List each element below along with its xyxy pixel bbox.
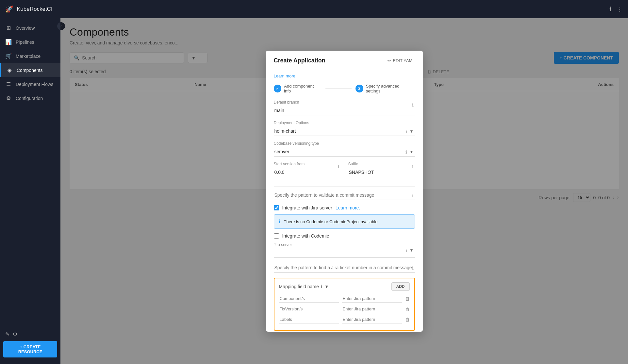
top-bar: 🚀 KubeRocketCI ℹ ⋮ xyxy=(0,0,628,18)
step-1-circle: ✓ xyxy=(274,85,282,92)
mapping-label: Mapping field name ℹ ▼ xyxy=(279,284,329,289)
sidebar-item-label-pipelines: Pipelines xyxy=(16,40,34,45)
mapping-field-1[interactable] xyxy=(279,305,339,313)
mapping-row-0: 🗑 xyxy=(279,295,410,303)
sidebar-item-label-overview: Overview xyxy=(16,25,35,31)
pencil-icon: ✏ xyxy=(388,58,391,63)
pipelines-icon: 📊 xyxy=(5,39,12,45)
jira-ticket-pattern-group: ℹ xyxy=(274,263,415,273)
default-branch-info-icon: ℹ xyxy=(412,103,414,108)
mapping-add-button[interactable]: ADD xyxy=(391,282,410,291)
jira-ticket-pattern-info-icon: ℹ xyxy=(412,266,414,271)
deployment-options-wrapper: helm-chart custom ℹ ▼ xyxy=(274,126,415,136)
suffix-input[interactable] xyxy=(348,168,415,177)
mapping-pattern-1[interactable] xyxy=(342,305,402,313)
start-version-info-icon: ℹ xyxy=(338,164,339,169)
mapping-row-1: 🗑 xyxy=(279,305,410,313)
sidebar-item-pipelines[interactable]: 📊 Pipelines xyxy=(0,35,60,49)
commit-pattern-input[interactable] xyxy=(274,190,415,200)
jira-ticket-pattern-input[interactable] xyxy=(274,263,415,273)
info-box-text: There is no Codemie or CodemieProject av… xyxy=(284,219,378,224)
jira-server-info-icon: ℹ xyxy=(405,248,407,253)
suffix-info-icon: ℹ xyxy=(412,164,414,169)
deployment-options-select[interactable]: helm-chart custom xyxy=(274,126,415,136)
step-line xyxy=(325,89,352,89)
deployment-flows-icon: ☰ xyxy=(5,81,12,87)
sidebar-item-marketplace[interactable]: 🛒 Marketplace xyxy=(0,49,60,63)
more-icon[interactable]: ⋮ xyxy=(617,6,623,13)
codebase-versioning-label: Codebase versioning type xyxy=(274,141,415,146)
sidebar-item-configuration[interactable]: ⚙ Configuration xyxy=(0,91,60,105)
deployment-options-label: Deployment Options xyxy=(274,121,415,125)
edit-icon[interactable]: ✎ xyxy=(5,331,9,337)
jira-server-group: Jira server ℹ ▼ xyxy=(274,242,415,258)
components-icon: ◈ xyxy=(6,67,13,73)
mapping-section: Mapping field name ℹ ▼ ADD 🗑 xyxy=(274,278,415,331)
info-icon[interactable]: ℹ xyxy=(609,6,612,13)
suffix-group: Suffix ℹ xyxy=(348,162,415,177)
deployment-options-info-icon: ℹ xyxy=(405,129,407,134)
settings-icon[interactable]: ⚙ xyxy=(13,331,17,337)
info-box-icon: ℹ xyxy=(279,219,281,224)
mapping-delete-2[interactable]: 🗑 xyxy=(405,317,410,322)
start-version-group: Start version from ℹ xyxy=(274,162,340,177)
start-version-input[interactable] xyxy=(274,168,340,177)
default-branch-label: Default branch xyxy=(274,100,415,105)
edit-yaml-button[interactable]: ✏ EDIT YAML xyxy=(388,58,415,63)
mapping-delete-0[interactable]: 🗑 xyxy=(405,296,410,301)
step-2: 2 Specify advanced settings xyxy=(355,84,415,93)
sidebar-item-label-configuration: Configuration xyxy=(16,96,43,101)
step-2-circle: 2 xyxy=(355,85,363,92)
marketplace-icon: 🛒 xyxy=(5,53,12,59)
sidebar-item-label-marketplace: Marketplace xyxy=(16,54,41,59)
mapping-dropdown-icon: ▼ xyxy=(324,284,329,289)
commit-pattern-info-icon: ℹ xyxy=(412,193,414,198)
main-content: Components Create, view, and manage dive… xyxy=(60,18,628,364)
jira-checkbox[interactable] xyxy=(274,205,279,210)
app-container: 🚀 KubeRocketCI ℹ ⋮ ‹ ⊞ Overview 📊 Pipeli… xyxy=(0,0,628,364)
learn-more-link[interactable]: Learn more. xyxy=(274,74,415,78)
stepper: ✓ Add component info 2 Specify advanced … xyxy=(274,84,415,93)
codemie-checkbox-row: Integrate with Codemie xyxy=(274,233,415,239)
sidebar-item-overview[interactable]: ⊞ Overview xyxy=(0,21,60,35)
start-version-label: Start version from xyxy=(274,162,340,166)
sidebar: ‹ ⊞ Overview 📊 Pipelines 🛒 Marketplace ◈… xyxy=(0,18,60,364)
divider-1 xyxy=(274,186,415,187)
codebase-versioning-select[interactable]: semver default edp xyxy=(274,147,415,157)
commit-pattern-group: ℹ xyxy=(274,190,415,200)
top-bar-right: ℹ ⋮ xyxy=(609,6,623,13)
mapping-info-icon: ℹ xyxy=(321,284,322,289)
app-title: KubeRocketCI xyxy=(17,6,53,12)
jira-server-label: Jira server xyxy=(274,242,415,247)
dialog-title: Create Application xyxy=(274,57,325,64)
app-logo: 🚀 xyxy=(5,5,13,13)
sidebar-item-components[interactable]: ◈ Components xyxy=(0,63,60,77)
codemie-checkbox[interactable] xyxy=(274,233,279,239)
sidebar-item-label-deployment-flows: Deployment Flows xyxy=(16,82,53,87)
default-branch-input[interactable] xyxy=(274,106,415,115)
info-box: ℹ There is no Codemie or CodemieProject … xyxy=(274,214,415,229)
jira-server-select[interactable] xyxy=(274,248,415,258)
jira-server-wrapper: Jira server ℹ ▼ xyxy=(274,242,415,258)
codebase-versioning-wrapper: semver default edp ℹ ▼ xyxy=(274,147,415,157)
default-branch-group: Default branch ℹ xyxy=(274,100,415,115)
content-area: ‹ ⊞ Overview 📊 Pipelines 🛒 Marketplace ◈… xyxy=(0,18,628,364)
step-1: ✓ Add component info xyxy=(274,84,322,93)
mapping-field-0[interactable] xyxy=(279,295,339,303)
suffix-label: Suffix xyxy=(348,162,415,166)
mapping-pattern-2[interactable] xyxy=(342,316,402,323)
sidebar-item-deployment-flows[interactable]: ☰ Deployment Flows xyxy=(0,77,60,91)
jira-checkbox-row: Integrate with Jira server Learn more. xyxy=(274,205,415,210)
jira-checkbox-label: Integrate with Jira server xyxy=(282,205,332,210)
mapping-delete-1[interactable]: 🗑 xyxy=(405,306,410,312)
top-bar-left: 🚀 KubeRocketCI xyxy=(5,5,53,13)
overview-icon: ⊞ xyxy=(5,25,12,31)
create-application-dialog: Create Application ✏ EDIT YAML Learn mor… xyxy=(266,51,423,332)
create-resource-button[interactable]: + CREATE RESOURCE xyxy=(3,341,57,357)
jira-learn-more-link[interactable]: Learn more. xyxy=(336,205,360,210)
mapping-pattern-0[interactable] xyxy=(342,295,402,303)
configuration-icon: ⚙ xyxy=(5,95,12,101)
version-row: Start version from ℹ Suffix ℹ xyxy=(274,162,415,182)
mapping-field-2[interactable] xyxy=(279,316,339,323)
dialog-body: Learn more. ✓ Add component info 2 Speci… xyxy=(266,68,423,332)
